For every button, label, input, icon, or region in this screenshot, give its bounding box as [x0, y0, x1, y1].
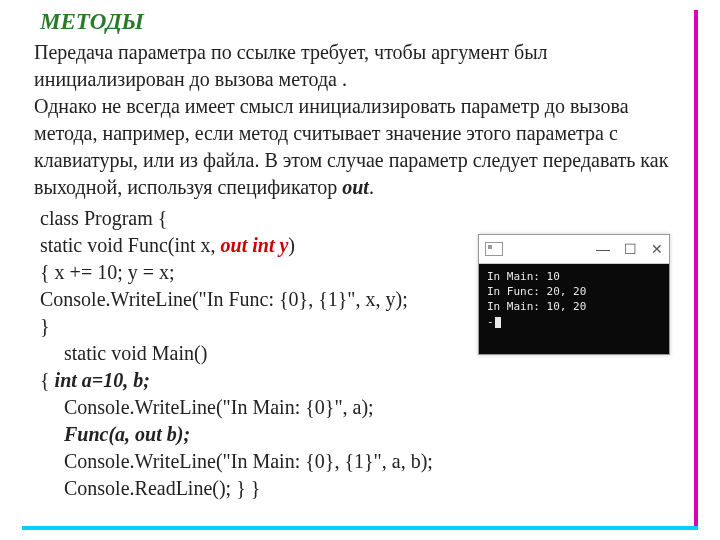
code-line-2a: static void Func(int x,	[40, 234, 221, 256]
frame-border-right	[694, 10, 698, 530]
console-window: — ☐ ✕ In Main: 10 In Func: 20, 20 In Mai…	[478, 234, 670, 355]
code-line-10: Console.WriteLine("In Main: {0}, {1}", a…	[34, 448, 684, 475]
window-controls: — ☐ ✕	[596, 240, 663, 259]
console-body: In Main: 10 In Func: 20, 20 In Main: 10,…	[479, 264, 669, 354]
code-line-7a: {	[40, 369, 55, 391]
paragraph-1: Передача параметра по ссылке требует, чт…	[34, 39, 684, 93]
paragraph-2-text-b: .	[369, 176, 374, 198]
close-button[interactable]: ✕	[651, 240, 663, 259]
frame-border-bottom	[22, 526, 698, 530]
code-line-9: Func(a, out b);	[34, 421, 684, 448]
console-cursor	[495, 317, 501, 328]
code-line-11: Console.ReadLine(); } }	[34, 475, 684, 502]
slide-title: МЕТОДЫ	[40, 6, 684, 37]
console-app-icon	[485, 242, 503, 256]
code-line-2c: )	[288, 234, 295, 256]
code-line-1: class Program {	[34, 205, 684, 232]
code-line-2b: out int y	[221, 234, 289, 256]
maximize-button[interactable]: ☐	[624, 240, 637, 259]
code-line-8: Console.WriteLine("In Main: {0}", a);	[34, 394, 684, 421]
console-line-3: In Main: 10, 20	[487, 300, 586, 313]
console-line-2: In Func: 20, 20	[487, 285, 586, 298]
code-line-7b: int a=10, b;	[55, 369, 150, 391]
minimize-button[interactable]: —	[596, 240, 610, 259]
paragraph-2-em: out	[342, 176, 369, 198]
console-line-1: In Main: 10	[487, 270, 560, 283]
console-prompt: -	[487, 315, 494, 328]
code-line-7: { int a=10, b;	[34, 367, 684, 394]
paragraph-2: Однако не всегда имеет смысл инициализир…	[34, 93, 684, 201]
console-titlebar: — ☐ ✕	[479, 235, 669, 264]
